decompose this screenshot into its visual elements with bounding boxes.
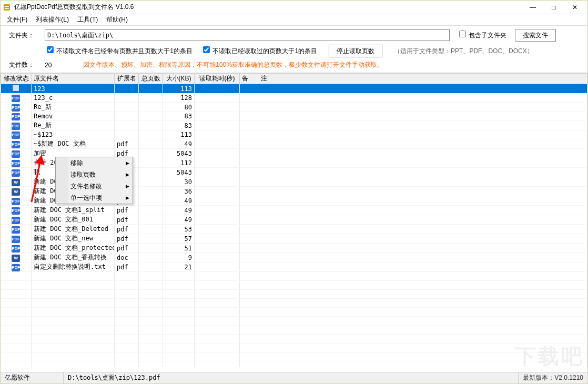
row-size: 21 — [163, 262, 195, 272]
row-remark — [240, 215, 587, 225]
col-filename[interactable]: 原文件名 — [32, 74, 115, 84]
pdf-file-icon: PDF — [12, 132, 20, 139]
check1-label: 不读取文件名已经带有页数并且页数大于1的条目 — [56, 47, 192, 55]
include-sub-wrapper[interactable]: 包含子文件夹 — [459, 31, 506, 40]
row-ext — [115, 112, 139, 121]
pdf-file-icon: PDF — [12, 169, 20, 177]
col-pages[interactable]: 总页数 — [139, 74, 163, 84]
row-remark — [240, 187, 587, 196]
app-icon — [3, 3, 11, 12]
table-row[interactable]: PDFRe_新83 — [1, 121, 587, 130]
table-row[interactable]: PDF自定义删除替换说明.txtpdf21 — [1, 262, 587, 272]
row-filename: ~$123 — [32, 130, 115, 139]
row-time — [195, 177, 240, 187]
file-table-wrap[interactable]: 修改状态 原文件名 扩展名 总页数 大小(KB) 读取耗时(秒) 备 注 123… — [1, 73, 587, 367]
col-ext[interactable]: 扩展名 — [115, 74, 139, 84]
row-filename: Remov — [32, 112, 115, 121]
row-pages — [139, 196, 163, 206]
menubar: 文件(F) 列表操作(L) 工具(T) 帮助(H) — [1, 14, 587, 26]
check2-checkbox[interactable] — [203, 46, 210, 53]
row-size: 57 — [163, 234, 195, 244]
row-icon-cell: PDF — [1, 130, 32, 139]
chevron-right-icon: ▶ — [126, 160, 129, 166]
menu-list[interactable]: 列表操作(L) — [32, 14, 73, 25]
row-ext: pdf — [115, 262, 139, 272]
row-pages — [139, 94, 163, 103]
folder-label: 文件夹： — [9, 31, 40, 40]
table-row[interactable]: PDFRemov83 — [1, 112, 587, 121]
row-size: 49 — [163, 215, 195, 225]
col-status[interactable]: 修改状态 — [1, 74, 32, 84]
row-icon-cell: W — [1, 177, 32, 187]
include-sub-checkbox[interactable] — [459, 31, 466, 37]
table-row[interactable]: 123113 — [1, 84, 587, 94]
pdf-file-icon: PDF — [12, 217, 20, 224]
table-row[interactable]: PDFRe_新80 — [1, 103, 587, 112]
row-icon-cell: PDF — [1, 139, 32, 149]
menu-tool[interactable]: 工具(T) — [73, 14, 102, 25]
row-remark — [240, 112, 587, 121]
docx-file-icon: W — [12, 188, 20, 196]
table-row[interactable]: PDF新建 DOC 文档_newpdf57 — [1, 234, 587, 244]
row-pages — [139, 130, 163, 139]
row-size: 113 — [163, 130, 195, 139]
row-remark — [240, 234, 587, 244]
table-row[interactable]: PDF~$新建 DOC 文档pdf49 — [1, 139, 587, 149]
check2-wrapper[interactable]: 不读取已经读取过的页数大于1的条目 — [203, 46, 317, 56]
row-icon-cell: PDF — [1, 215, 32, 225]
menu-file[interactable]: 文件(F) — [3, 14, 32, 25]
stop-read-button[interactable]: 停止读取页数 — [329, 45, 382, 57]
cm-rename[interactable]: 文件名修改▶ — [56, 180, 133, 192]
col-remark[interactable]: 备 注 — [240, 74, 587, 84]
row-icon-cell: PDF — [1, 103, 32, 112]
row-remark — [240, 158, 587, 168]
check1-checkbox[interactable] — [47, 46, 54, 53]
close-button[interactable]: ✕ — [564, 1, 585, 14]
row-time — [195, 244, 240, 253]
row-ext: pdf — [115, 206, 139, 215]
table-row[interactable]: PDF~$123113 — [1, 130, 587, 139]
cm-remove[interactable]: 移除▶ — [56, 157, 133, 169]
pdf-file-icon: PDF — [12, 236, 20, 243]
search-button[interactable]: 搜索文件 — [515, 29, 556, 42]
row-remark — [240, 168, 587, 177]
row-ext: doc — [115, 253, 139, 262]
table-row[interactable]: PDF新建 DOC 文档1_splitpdf49 — [1, 206, 587, 215]
pdf-file-icon: PDF — [12, 245, 20, 252]
row-time — [195, 149, 240, 158]
context-menu: 移除▶ 读取页数▶ 文件名修改▶ 单一选中项▶ — [55, 157, 133, 204]
toolbar: 文件夹： 包含子文件夹 搜索文件 不读取文件名已经带有页数并且页数大于1的条目 … — [1, 26, 587, 73]
row-time — [195, 206, 240, 215]
row-icon-cell: PDF — [1, 158, 32, 168]
row-size: 9 — [163, 253, 195, 262]
menu-help[interactable]: 帮助(H) — [102, 14, 132, 25]
row-pages — [139, 158, 163, 168]
folder-input[interactable] — [45, 29, 450, 41]
row-time — [195, 158, 240, 168]
cm-select-label: 单一选中项 — [70, 194, 102, 203]
table-row-empty — [1, 352, 587, 361]
row-size: 112 — [163, 158, 195, 168]
cm-read-pages[interactable]: 读取页数▶ — [56, 169, 133, 180]
pdf-file-icon: PDF — [12, 95, 20, 102]
check1-wrapper[interactable]: 不读取文件名已经带有页数并且页数大于1的条目 — [47, 46, 192, 56]
col-size[interactable]: 大小(KB) — [163, 74, 195, 84]
row-pages — [139, 262, 163, 272]
row-size: 83 — [163, 121, 195, 130]
table-row[interactable]: PDF新建 DOC 文档_001pdf49 — [1, 215, 587, 225]
row-size: 83 — [163, 112, 195, 121]
row-ext: pdf — [115, 139, 139, 149]
table-row[interactable]: W新建 DOC 文档_香蕉转换doc9 — [1, 253, 587, 262]
table-row[interactable]: PDF新建 DOC 文档_protectedpdf51 — [1, 244, 587, 253]
row-time — [195, 103, 240, 112]
table-row[interactable]: PDF新建 DOC 文档_Deletedpdf53 — [1, 225, 587, 234]
maximize-button[interactable]: □ — [543, 1, 564, 14]
minimize-button[interactable]: — — [522, 1, 543, 14]
pdf-file-icon: PDF — [12, 160, 20, 167]
row-pages — [139, 234, 163, 244]
row-filename: ~$新建 DOC 文档 — [32, 139, 115, 149]
col-time[interactable]: 读取耗时(秒) — [195, 74, 240, 84]
cm-select-one[interactable]: 单一选中项▶ — [56, 192, 133, 204]
table-row[interactable]: PDF123_c128 — [1, 94, 587, 103]
row-icon-cell: PDF — [1, 121, 32, 130]
